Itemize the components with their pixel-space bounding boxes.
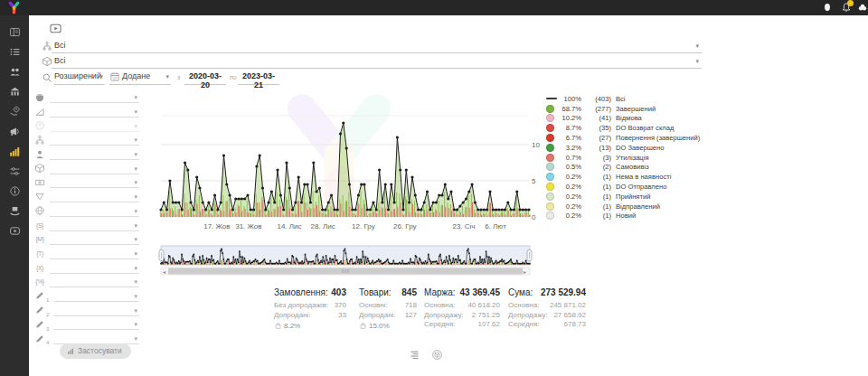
chevron-down-icon: ▾ <box>134 123 137 129</box>
nav-handle-right[interactable] <box>527 250 532 261</box>
filter-row-category: ▾ <box>34 133 139 147</box>
stat-sub-row: Основна:40 618.20 <box>424 301 500 311</box>
sidebar-item-analytics[interactable] <box>0 141 29 161</box>
date-from-label: з <box>177 74 180 80</box>
filter-payment-select[interactable]: ▾ <box>50 176 139 188</box>
legend-item-12[interactable]: 0.2%(1)Новий <box>546 212 714 221</box>
filter-tag-x-select[interactable]: ▾ <box>50 262 139 274</box>
products-view-icon[interactable] <box>431 349 443 361</box>
filter-select-2[interactable]: Всі ▾ <box>42 55 702 69</box>
svg-text:17: 17 <box>113 76 118 80</box>
globe-dark-icon <box>34 92 45 103</box>
legend-count: (3) <box>581 154 611 162</box>
filter-status-help-select[interactable]: ▾ <box>50 120 139 132</box>
stat-sub-row: Допродажу:2 751.25 <box>424 311 500 321</box>
stat-sub-label: Без допродажів: <box>274 301 328 311</box>
date-from-input[interactable]: 2020-03-20 <box>184 71 226 85</box>
user-icon[interactable] <box>822 2 833 13</box>
search-mode-select[interactable]: Розширений ▾ <box>54 70 105 85</box>
globe-icon <box>34 205 45 216</box>
nav-scrollbar[interactable]: ◂▸ <box>161 268 530 275</box>
filter-row-tag-x: {X}▾ <box>34 260 139 275</box>
orders-status-chart[interactable]: 051017. Жов31. Жов14. Лис28. Лис12. Гру2… <box>154 87 542 233</box>
filter-tag-percent-select[interactable]: ▾ <box>50 276 139 287</box>
legend-label: Новий <box>616 212 636 220</box>
filter-custom-field-1-select[interactable]: ▾ <box>53 290 139 302</box>
stat-title-label: Маржа: <box>424 287 456 297</box>
sidebar-item-customers[interactable] <box>0 61 29 81</box>
filter-row-tag-t: {T}▾ <box>34 247 139 261</box>
chevron-down-icon: ▾ <box>134 151 137 157</box>
filter-tag-t-select[interactable]: ▾ <box>50 248 139 259</box>
filter-region-select[interactable]: ▾ <box>50 205 139 217</box>
video-tutorial-button[interactable] <box>46 22 65 35</box>
filter-level-select[interactable]: ▾ <box>50 106 139 118</box>
stat-title: Маржа:43 369.45 <box>424 287 500 297</box>
customers-icon <box>9 66 21 78</box>
sidebar-nav <box>0 15 29 376</box>
legend-item-3[interactable]: 8.7%(35)DO Возврат склад <box>546 123 714 133</box>
filter-source-select[interactable]: ▾ <box>50 91 139 103</box>
info-icon <box>9 185 21 197</box>
chevron-down-icon: ▾ <box>134 108 137 115</box>
filter-funnel-select[interactable]: ▾ <box>50 191 139 202</box>
legend-item-0[interactable]: 100%(403)Всі <box>546 94 714 104</box>
apply-filters-button[interactable]: Застосувати <box>60 343 131 359</box>
legend-item-1[interactable]: 68.7%(277)Завершений <box>546 104 714 114</box>
date-to-input[interactable]: 2023-03-21 <box>238 71 279 85</box>
sidebar-item-store[interactable] <box>0 81 29 101</box>
chart-range-navigator[interactable]: ◂▸ <box>154 245 542 277</box>
table-view-icon[interactable] <box>409 349 420 361</box>
legend-item-5[interactable]: 3.2%(13)DO Завершено <box>546 143 714 153</box>
sidebar-item-info[interactable] <box>0 181 29 201</box>
filter-category-select[interactable]: ▾ <box>50 134 139 146</box>
filter-custom-field-3-select[interactable]: ▾ <box>53 318 139 330</box>
sidebar-item-video[interactable] <box>0 221 29 240</box>
legend-item-2[interactable]: 10.2%(41)Відмова <box>546 114 714 124</box>
legend-swatch <box>546 212 554 220</box>
chevron-down-icon: ▾ <box>134 193 137 200</box>
chevron-down-icon: ▾ <box>134 179 137 185</box>
nav-handle-left[interactable] <box>159 250 164 261</box>
upsell-bag-icon <box>359 322 367 330</box>
filter-select-1[interactable]: Всі ▾ <box>42 40 702 53</box>
cube-icon <box>42 56 52 67</box>
sidebar-item-settings[interactable] <box>0 161 29 181</box>
filter-custom-field-2-select[interactable]: ▾ <box>53 305 139 316</box>
sidebar-item-dashboard[interactable] <box>0 22 29 42</box>
stat-sub-row: Допродані:127 <box>359 311 417 321</box>
stat-sub-value: 107.62 <box>478 320 500 330</box>
legend-item-6[interactable]: 0.7%(3)Утилізація <box>546 153 714 163</box>
legend-item-7[interactable]: 0.5%(2)Самовивіз <box>546 163 714 173</box>
tag-m-icon: {M} <box>34 234 45 245</box>
filter-product-select[interactable]: ▾ <box>50 163 139 174</box>
legend-item-10[interactable]: 0.2%(1)Прийнятий <box>546 192 714 202</box>
profile-avatar-icon[interactable] <box>857 2 868 13</box>
legend-label: DO Возврат склад <box>616 124 674 132</box>
legend-label: DO Отправлено <box>616 183 666 191</box>
stat-title-value: 845 <box>401 287 417 297</box>
stat-title: Замовлення:403 <box>274 287 346 297</box>
legend-count: (403) <box>581 95 611 103</box>
filter-tag-s-select[interactable]: ▾ <box>50 220 139 231</box>
legend-count: (2) <box>581 163 611 171</box>
legend-item-11[interactable]: 0.2%(1)Відправлений <box>546 202 714 212</box>
help-icon: ? <box>34 120 45 131</box>
legend-item-8[interactable]: 0.2%(1)Нема в наявності <box>546 172 714 182</box>
sidebar-item-promotions[interactable] <box>0 101 29 121</box>
sidebar-item-delivery[interactable] <box>0 201 29 221</box>
legend-item-9[interactable]: 0.2%(1)DO Отправлено <box>546 182 714 192</box>
legend-count: (13) <box>581 144 611 152</box>
sidebar-item-orders[interactable] <box>0 42 29 61</box>
stat-sub-label: Допродажу: <box>424 311 464 321</box>
filter-tag-m-select[interactable]: ▾ <box>50 233 139 245</box>
filter-row-region: ▾ <box>34 204 139 219</box>
filter-manager-select[interactable]: ▾ <box>50 148 139 160</box>
stat-sub-value: 718 <box>405 301 417 311</box>
date-field-select[interactable]: 17 Додане ▾ <box>109 70 171 85</box>
stat-title-label: Сума: <box>508 287 533 297</box>
dashboard-icon <box>9 26 21 38</box>
legend-item-4[interactable]: 6.7%(27)Повернення (завершений) <box>546 133 714 143</box>
sidebar-item-announcements[interactable] <box>0 121 29 141</box>
legend-swatch <box>546 154 554 162</box>
